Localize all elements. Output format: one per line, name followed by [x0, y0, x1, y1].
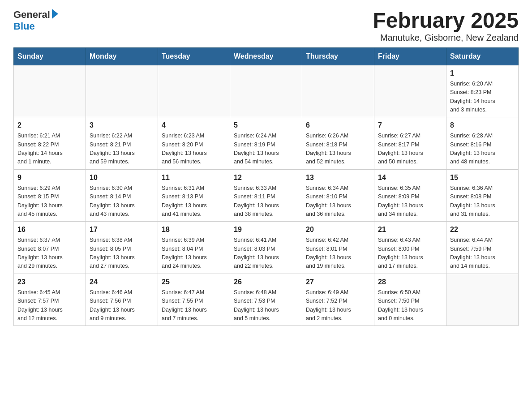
calendar-day-cell	[230, 65, 302, 117]
day-info: Sunrise: 6:23 AM Sunset: 8:20 PM Dayligh…	[162, 133, 207, 165]
calendar-day-cell: 15Sunrise: 6:36 AM Sunset: 8:08 PM Dayli…	[446, 169, 519, 222]
day-info: Sunrise: 6:37 AM Sunset: 8:07 PM Dayligh…	[17, 237, 63, 269]
page-header: General Blue February 2025 Manutuke, Gis…	[13, 9, 519, 43]
day-number: 24	[90, 277, 154, 287]
day-info: Sunrise: 6:21 AM Sunset: 8:22 PM Dayligh…	[17, 133, 63, 165]
day-number: 15	[450, 172, 515, 183]
logo-general-text: General	[13, 9, 50, 21]
day-number: 20	[306, 224, 370, 235]
day-info: Sunrise: 6:33 AM Sunset: 8:11 PM Dayligh…	[234, 185, 279, 217]
calendar-day-cell	[14, 65, 86, 117]
day-number: 5	[234, 120, 298, 131]
weekday-header: Wednesday	[230, 47, 302, 65]
day-info: Sunrise: 6:38 AM Sunset: 8:05 PM Dayligh…	[90, 237, 135, 269]
title-section: February 2025 Manutuke, Gisborne, New Ze…	[373, 9, 519, 43]
day-info: Sunrise: 6:47 AM Sunset: 7:55 PM Dayligh…	[162, 289, 207, 321]
day-info: Sunrise: 6:45 AM Sunset: 7:57 PM Dayligh…	[17, 289, 63, 321]
calendar-day-cell: 14Sunrise: 6:35 AM Sunset: 8:09 PM Dayli…	[374, 169, 446, 222]
calendar-day-cell: 17Sunrise: 6:38 AM Sunset: 8:05 PM Dayli…	[86, 222, 158, 274]
day-number: 22	[450, 224, 515, 235]
weekday-header: Thursday	[302, 47, 374, 65]
calendar-table: SundayMondayTuesdayWednesdayThursdayFrid…	[13, 47, 519, 326]
calendar-day-cell: 3Sunrise: 6:22 AM Sunset: 8:21 PM Daylig…	[86, 117, 158, 170]
day-number: 19	[234, 224, 298, 235]
weekday-header: Tuesday	[158, 47, 230, 65]
day-number: 12	[234, 172, 298, 183]
weekday-header: Saturday	[446, 47, 519, 65]
calendar-day-cell: 16Sunrise: 6:37 AM Sunset: 8:07 PM Dayli…	[14, 222, 86, 274]
weekday-header: Monday	[86, 47, 158, 65]
day-info: Sunrise: 6:28 AM Sunset: 8:16 PM Dayligh…	[450, 133, 495, 165]
calendar-subtitle: Manutuke, Gisborne, New Zealand	[373, 33, 519, 43]
calendar-week-row: 23Sunrise: 6:45 AM Sunset: 7:57 PM Dayli…	[14, 274, 519, 326]
day-number: 8	[450, 120, 515, 131]
calendar-day-cell: 19Sunrise: 6:41 AM Sunset: 8:03 PM Dayli…	[230, 222, 302, 274]
calendar-day-cell: 26Sunrise: 6:48 AM Sunset: 7:53 PM Dayli…	[230, 274, 302, 326]
calendar-day-cell: 13Sunrise: 6:34 AM Sunset: 8:10 PM Dayli…	[302, 169, 374, 222]
day-number: 21	[378, 224, 442, 235]
day-number: 17	[90, 224, 154, 235]
day-info: Sunrise: 6:39 AM Sunset: 8:04 PM Dayligh…	[162, 237, 207, 269]
calendar-day-cell: 2Sunrise: 6:21 AM Sunset: 8:22 PM Daylig…	[14, 117, 86, 170]
weekday-header: Sunday	[14, 47, 86, 65]
calendar-day-cell	[374, 65, 446, 117]
day-info: Sunrise: 6:50 AM Sunset: 7:50 PM Dayligh…	[378, 289, 423, 321]
day-number: 2	[17, 120, 82, 131]
day-number: 11	[162, 172, 226, 183]
day-number: 28	[378, 277, 442, 287]
day-info: Sunrise: 6:24 AM Sunset: 8:19 PM Dayligh…	[234, 133, 279, 165]
day-info: Sunrise: 6:46 AM Sunset: 7:56 PM Dayligh…	[90, 289, 135, 321]
day-info: Sunrise: 6:41 AM Sunset: 8:03 PM Dayligh…	[234, 237, 279, 269]
day-number: 25	[162, 277, 226, 287]
day-info: Sunrise: 6:36 AM Sunset: 8:08 PM Dayligh…	[450, 185, 495, 217]
calendar-day-cell: 18Sunrise: 6:39 AM Sunset: 8:04 PM Dayli…	[158, 222, 230, 274]
day-number: 23	[17, 277, 82, 287]
day-number: 4	[162, 120, 226, 131]
calendar-week-row: 9Sunrise: 6:29 AM Sunset: 8:15 PM Daylig…	[14, 169, 519, 222]
calendar-day-cell: 1Sunrise: 6:20 AM Sunset: 8:23 PM Daylig…	[446, 65, 519, 117]
day-number: 1	[450, 68, 515, 79]
day-info: Sunrise: 6:30 AM Sunset: 8:14 PM Dayligh…	[90, 185, 135, 217]
day-number: 3	[90, 120, 154, 131]
calendar-day-cell: 12Sunrise: 6:33 AM Sunset: 8:11 PM Dayli…	[230, 169, 302, 222]
calendar-day-cell	[86, 65, 158, 117]
day-info: Sunrise: 6:35 AM Sunset: 8:09 PM Dayligh…	[378, 185, 423, 217]
day-info: Sunrise: 6:22 AM Sunset: 8:21 PM Dayligh…	[90, 133, 135, 165]
day-info: Sunrise: 6:26 AM Sunset: 8:18 PM Dayligh…	[306, 133, 351, 165]
day-number: 27	[306, 277, 370, 287]
calendar-week-row: 1Sunrise: 6:20 AM Sunset: 8:23 PM Daylig…	[14, 65, 519, 117]
calendar-day-cell: 23Sunrise: 6:45 AM Sunset: 7:57 PM Dayli…	[14, 274, 86, 326]
calendar-day-cell: 10Sunrise: 6:30 AM Sunset: 8:14 PM Dayli…	[86, 169, 158, 222]
calendar-day-cell: 24Sunrise: 6:46 AM Sunset: 7:56 PM Dayli…	[86, 274, 158, 326]
day-number: 7	[378, 120, 442, 131]
calendar-day-cell: 5Sunrise: 6:24 AM Sunset: 8:19 PM Daylig…	[230, 117, 302, 170]
calendar-title: February 2025	[373, 9, 519, 33]
calendar-day-cell: 11Sunrise: 6:31 AM Sunset: 8:13 PM Dayli…	[158, 169, 230, 222]
calendar-day-cell: 27Sunrise: 6:49 AM Sunset: 7:52 PM Dayli…	[302, 274, 374, 326]
logo-arrow-icon	[52, 9, 58, 19]
calendar-day-cell	[446, 274, 519, 326]
day-info: Sunrise: 6:48 AM Sunset: 7:53 PM Dayligh…	[234, 289, 279, 321]
calendar-day-cell	[302, 65, 374, 117]
day-info: Sunrise: 6:27 AM Sunset: 8:17 PM Dayligh…	[378, 133, 423, 165]
calendar-day-cell: 7Sunrise: 6:27 AM Sunset: 8:17 PM Daylig…	[374, 117, 446, 170]
calendar-day-cell: 28Sunrise: 6:50 AM Sunset: 7:50 PM Dayli…	[374, 274, 446, 326]
calendar-day-cell: 21Sunrise: 6:43 AM Sunset: 8:00 PM Dayli…	[374, 222, 446, 274]
calendar-day-cell: 8Sunrise: 6:28 AM Sunset: 8:16 PM Daylig…	[446, 117, 519, 170]
calendar-day-cell: 22Sunrise: 6:44 AM Sunset: 7:59 PM Dayli…	[446, 222, 519, 274]
calendar-day-cell: 4Sunrise: 6:23 AM Sunset: 8:20 PM Daylig…	[158, 117, 230, 170]
calendar-day-cell: 9Sunrise: 6:29 AM Sunset: 8:15 PM Daylig…	[14, 169, 86, 222]
logo: General Blue	[13, 9, 58, 32]
calendar-header-row: SundayMondayTuesdayWednesdayThursdayFrid…	[14, 47, 519, 65]
calendar-week-row: 16Sunrise: 6:37 AM Sunset: 8:07 PM Dayli…	[14, 222, 519, 274]
calendar-day-cell: 20Sunrise: 6:42 AM Sunset: 8:01 PM Dayli…	[302, 222, 374, 274]
weekday-header: Friday	[374, 47, 446, 65]
day-info: Sunrise: 6:31 AM Sunset: 8:13 PM Dayligh…	[162, 185, 207, 217]
calendar-week-row: 2Sunrise: 6:21 AM Sunset: 8:22 PM Daylig…	[14, 117, 519, 170]
day-number: 9	[17, 172, 82, 183]
day-info: Sunrise: 6:34 AM Sunset: 8:10 PM Dayligh…	[306, 185, 351, 217]
day-number: 6	[306, 120, 370, 131]
day-info: Sunrise: 6:42 AM Sunset: 8:01 PM Dayligh…	[306, 237, 351, 269]
day-info: Sunrise: 6:29 AM Sunset: 8:15 PM Dayligh…	[17, 185, 63, 217]
day-number: 26	[234, 277, 298, 287]
